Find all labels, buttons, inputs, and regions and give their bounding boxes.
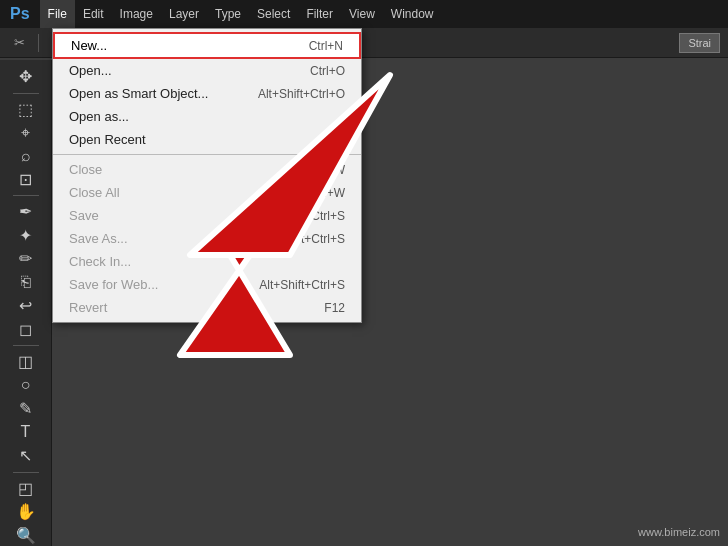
toolbar-right-area: Strai [679, 33, 720, 53]
tool-separator-4 [13, 472, 39, 473]
menu-select[interactable]: Select [249, 0, 298, 28]
hand-tool[interactable]: ✋ [11, 501, 41, 523]
crop-tool[interactable]: ⊡ [11, 169, 41, 191]
eyedropper-tool[interactable]: ✒ [11, 201, 41, 223]
menu-item-new[interactable]: New... Ctrl+N [53, 32, 361, 59]
menu-item-revert-label: Revert [69, 300, 107, 315]
menu-item-open-recent[interactable]: Open Recent ▶ [53, 128, 361, 151]
menu-item-check-in-label: Check In... [69, 254, 131, 269]
lasso-tool[interactable]: ⌖ [11, 122, 41, 144]
tool-separator [13, 93, 39, 94]
menu-item-open-recent-label: Open Recent [69, 132, 146, 147]
menu-item-open-shortcut: Ctrl+O [310, 64, 345, 78]
tool-separator-2 [13, 195, 39, 196]
menu-item-open-as-label: Open as... [69, 109, 129, 124]
menu-item-save-as[interactable]: Save As... Shift+Ctrl+S [53, 227, 361, 250]
menu-item-open-smart-shortcut: Alt+Shift+Ctrl+O [258, 87, 345, 101]
type-tool[interactable]: T [11, 422, 41, 444]
tool-separator-3 [13, 345, 39, 346]
menu-item-save-web-shortcut: Alt+Shift+Ctrl+S [259, 278, 345, 292]
tools-panel: ✥ ⬚ ⌖ ⌕ ⊡ ✒ ✦ ✏ ⎗ ↩ ◻ ◫ ○ ✎ T ↖ ◰ ✋ 🔍 [0, 60, 52, 546]
eraser-tool[interactable]: ◻ [11, 319, 41, 341]
app-logo-area: Ps [4, 5, 36, 23]
menu-item-close-label: Close [69, 162, 102, 177]
brush-tool[interactable]: ✏ [11, 248, 41, 270]
marquee-tool[interactable]: ⬚ [11, 98, 41, 120]
dodge-tool[interactable]: ○ [11, 375, 41, 397]
menu-image[interactable]: Image [112, 0, 161, 28]
watermark: www.bimeiz.com [638, 526, 720, 538]
gradient-tool[interactable]: ◫ [11, 351, 41, 373]
menu-item-save-label: Save [69, 208, 99, 223]
menu-item-revert[interactable]: Revert F12 [53, 296, 361, 319]
menu-item-open-label: Open... [69, 63, 112, 78]
zoom-tool[interactable]: 🔍 [11, 524, 41, 546]
ps-logo: Ps [4, 5, 36, 23]
clone-tool[interactable]: ⎗ [11, 272, 41, 294]
menu-item-save-as-label: Save As... [69, 231, 128, 246]
menu-item-open[interactable]: Open... Ctrl+O [53, 59, 361, 82]
menu-item-close-all-label: Close All [69, 185, 120, 200]
menu-separator-1 [53, 154, 361, 155]
menu-item-save-web[interactable]: Save for Web... Alt+Shift+Ctrl+S [53, 273, 361, 296]
file-dropdown-menu: New... Ctrl+N Open... Ctrl+O Open as Sma… [52, 28, 362, 323]
menu-item-revert-shortcut: F12 [324, 301, 345, 315]
menubar: Ps File Edit Image Layer Type Select Fil… [0, 0, 728, 28]
path-selection-tool[interactable]: ↖ [11, 445, 41, 467]
healing-tool[interactable]: ✦ [11, 225, 41, 247]
menu-item-close[interactable]: Close Ctrl+W [53, 158, 361, 181]
menu-item-save[interactable]: Save Ctrl+S [53, 204, 361, 227]
toolbar-separator [38, 34, 39, 52]
menu-filter[interactable]: Filter [298, 0, 341, 28]
menu-item-save-web-label: Save for Web... [69, 277, 158, 292]
menu-item-check-in[interactable]: Check In... [53, 250, 361, 273]
menu-type[interactable]: Type [207, 0, 249, 28]
menu-layer[interactable]: Layer [161, 0, 207, 28]
menu-edit[interactable]: Edit [75, 0, 112, 28]
crop-icon[interactable]: ✂ [8, 32, 30, 54]
menu-item-new-label: New... [71, 38, 107, 53]
menu-item-new-shortcut: Ctrl+N [309, 39, 343, 53]
menu-item-close-shortcut: Ctrl+W [308, 163, 345, 177]
pen-tool[interactable]: ✎ [11, 398, 41, 420]
menu-item-open-smart-label: Open as Smart Object... [69, 86, 208, 101]
shape-tool[interactable]: ◰ [11, 477, 41, 499]
menu-item-close-all-shortcut: Alt+Ctrl+W [287, 186, 345, 200]
menu-view[interactable]: View [341, 0, 383, 28]
menu-item-open-as[interactable]: Open as... [53, 105, 361, 128]
menu-window[interactable]: Window [383, 0, 442, 28]
menu-item-close-all[interactable]: Close All Alt+Ctrl+W [53, 181, 361, 204]
straighten-button[interactable]: Strai [679, 33, 720, 53]
history-brush-tool[interactable]: ↩ [11, 295, 41, 317]
open-recent-arrow-icon: ▶ [335, 132, 345, 147]
quick-select-tool[interactable]: ⌕ [11, 145, 41, 167]
menu-item-save-shortcut: Ctrl+S [311, 209, 345, 223]
menu-item-save-as-shortcut: Shift+Ctrl+S [280, 232, 345, 246]
move-tool[interactable]: ✥ [11, 66, 41, 88]
menu-file[interactable]: File [40, 0, 75, 28]
menu-item-open-smart[interactable]: Open as Smart Object... Alt+Shift+Ctrl+O [53, 82, 361, 105]
